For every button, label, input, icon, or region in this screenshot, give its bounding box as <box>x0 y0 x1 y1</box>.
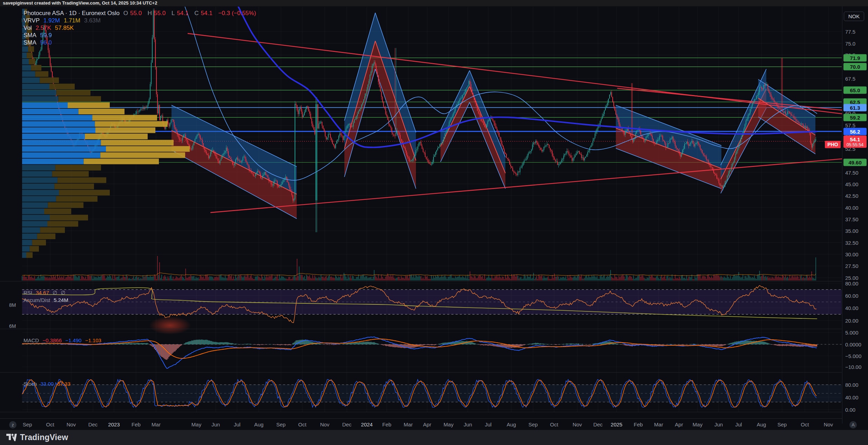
rsi-band-lower: ∅ <box>61 290 65 296</box>
month-tick-label: Oct <box>298 422 306 427</box>
rsi-tick: 40.00 <box>845 305 859 311</box>
month-tick-label: Mar <box>654 422 663 427</box>
macd-hist-value: −0.3866 <box>42 337 62 343</box>
month-tick-label: Feb <box>382 422 391 427</box>
attribution-bar: savepiginvest created with TradingView.c… <box>0 0 868 6</box>
volume-ma-value: 57.85K <box>55 25 74 31</box>
price-tick: 47.50 <box>845 170 859 176</box>
open-label: O <box>123 10 128 16</box>
month-tick-label: Jun <box>464 422 472 427</box>
sma-slow-legend-row[interactable]: SMA 56.0 <box>23 39 54 46</box>
month-tick-label: Sep <box>529 422 538 427</box>
stoch-tick: 80.00 <box>845 382 859 388</box>
auto-scale-button[interactable]: A <box>849 421 857 429</box>
last-price-chip: 54.1 <box>843 136 867 142</box>
month-tick-label: Jul <box>485 422 491 427</box>
price-axis[interactable]: 77.575.072.567.560.057.555.052.547.5045.… <box>842 6 868 424</box>
rsi-tick: 60.00 <box>845 293 859 299</box>
pattern-channel <box>171 105 297 219</box>
rsi-label: RSI <box>23 290 32 296</box>
level-price-chip: 70.0 <box>843 63 867 70</box>
year-tick-label: 2023 <box>108 422 120 427</box>
macd-label: MACD <box>23 337 39 343</box>
macd-signal-value: −1.103 <box>85 337 101 343</box>
month-tick-label: Feb <box>634 422 643 427</box>
month-tick-label: Oct <box>801 422 809 427</box>
month-tick-label: Oct <box>550 422 558 427</box>
year-tick-label: 2025 <box>611 422 622 427</box>
month-tick-label: Nov <box>320 422 330 427</box>
rsi-legend-row[interactable]: RSI 34.67 ∅ ∅ <box>23 290 67 296</box>
month-tick-label: Nov <box>67 422 76 427</box>
currency-button[interactable]: NOK <box>844 12 864 21</box>
pattern-channel <box>616 105 721 189</box>
month-tick-label: Dec <box>593 422 603 427</box>
vrvp-value-3: 3.63M <box>84 17 101 24</box>
stoch-legend-row[interactable]: Stoch 33.00 37.33 <box>23 381 73 387</box>
month-tick-label: May <box>191 422 201 427</box>
current-price-chip: 54.105:55:54 <box>843 136 867 148</box>
low-value: 54.1 <box>177 10 188 16</box>
level-price-chip: 59.2 <box>843 114 867 121</box>
pattern-channel <box>470 70 505 189</box>
price-tick: 35.00 <box>845 228 859 234</box>
tradingview-logo[interactable]: TradingView <box>6 433 68 442</box>
month-tick-label: May <box>444 422 453 427</box>
sma-fast-legend-row[interactable]: SMA 59.9 <box>23 32 54 39</box>
pattern-channel <box>344 13 375 177</box>
price-tick: 57.5 <box>845 122 855 128</box>
tradingview-logo-icon <box>6 433 17 442</box>
month-tick-label: Nov <box>573 422 582 427</box>
price-tick: 30.00 <box>845 251 859 257</box>
sma-fast-label: SMA <box>23 32 36 39</box>
month-tick-label: May <box>693 422 702 427</box>
vrvp-legend-row[interactable]: VRVP 1.92M 1.71M 3.63M <box>23 17 103 24</box>
symbol-title: Photocure ASA · 1D · Euronext Oslo <box>23 10 120 16</box>
rsi-tick: 80.00 <box>845 281 859 286</box>
price-marker-ticker: PHO <box>825 141 841 148</box>
low-label: L <box>171 10 175 16</box>
accum-scale-label-top: 8M <box>9 302 16 308</box>
accum-scale-label-bottom: 6M <box>9 323 16 329</box>
month-tick-label: Apr <box>423 422 431 427</box>
macd-tick: 5.000 <box>845 330 859 336</box>
month-tick-label: Sep <box>276 422 286 427</box>
time-axis[interactable]: SepOctNovDec2023FebMarMayJunJulAugSepOct… <box>0 418 842 430</box>
macd-legend-row[interactable]: MACD −0.3866 −1.490 −1.103 <box>23 337 103 343</box>
accum-dist-legend-row[interactable]: Accum/Dist 5.24M <box>23 297 70 303</box>
rsi-band-upper: ∅ <box>53 290 57 296</box>
stoch-tick: 40.00 <box>845 395 859 400</box>
footer-bar: TradingView <box>0 430 868 445</box>
month-tick-label: Dec <box>88 422 98 427</box>
month-tick-label: Mar <box>152 422 161 427</box>
month-tick-label: Aug <box>507 422 516 427</box>
month-tick-label: Oct <box>46 422 54 427</box>
month-tick-label: Sep <box>23 422 32 427</box>
vrvp-value-2: 1.71M <box>64 17 80 24</box>
stoch-k-value: 33.00 <box>41 381 54 387</box>
volume-legend-row[interactable]: Vol 2.57K 57.85K <box>23 25 76 32</box>
attribution-text: savepiginvest created with TradingView.c… <box>3 0 157 6</box>
open-value: 55.0 <box>130 10 142 16</box>
price-tick: 75.0 <box>845 41 855 47</box>
timezone-button[interactable]: z <box>9 421 16 429</box>
macd-line-value: −1.490 <box>65 337 81 343</box>
price-tick: 27.50 <box>845 263 859 269</box>
sma-fast-value: 59.9 <box>40 32 52 39</box>
pattern-channel <box>758 79 815 154</box>
month-tick-label: Jun <box>714 422 723 427</box>
month-tick-label: Dec <box>342 422 352 427</box>
level-price-chip: 61.3 <box>843 104 867 111</box>
change-value: −0.3 (−0.55%) <box>218 10 256 16</box>
price-tick: 67.5 <box>845 76 855 82</box>
accum-dist-value: 5.24M <box>54 297 68 303</box>
symbol-legend-row[interactable]: Photocure ASA · 1D · Euronext Oslo O55.0… <box>23 10 258 17</box>
chart-surface[interactable] <box>0 6 868 445</box>
level-price-chip: 65.0 <box>843 87 867 94</box>
volume-label: Vol <box>23 25 32 31</box>
price-tick: 25.00 <box>845 275 859 281</box>
stoch-tick: 0.00 <box>845 407 855 413</box>
level-price-chip: 71.9 <box>843 54 867 61</box>
pattern-channel <box>440 70 470 162</box>
close-value: 54.1 <box>201 10 213 16</box>
